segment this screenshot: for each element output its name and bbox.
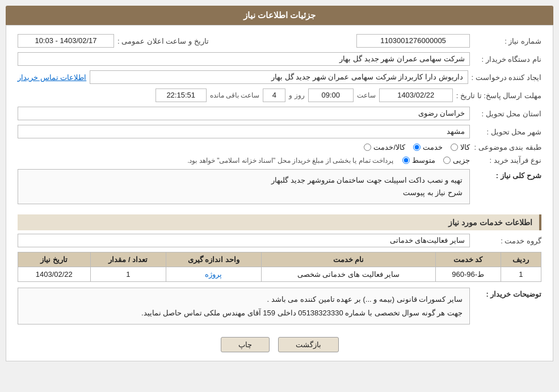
roz-label: روز و <box>289 91 304 99</box>
shahr-label: شهر محل تحویل : <box>473 128 541 136</box>
groheKhadamat-label: گروه خدمت : <box>473 237 541 245</box>
col-tedad: تعداد / مقدار <box>90 252 166 267</box>
cell-namKhadamat: سایر فعالیت های خدماتی شخصی <box>262 267 436 282</box>
col-kodKhadamat: کد خدمت <box>435 252 501 267</box>
cell-tedad: 1 <box>90 267 166 282</box>
shahreKolliNiaz-value: تهیه و نصب داکت اسپیلت جهت ساختمان متروش… <box>18 169 470 204</box>
radio-khadamat[interactable]: خدمت <box>413 143 443 151</box>
ejadKonande-value: داریوش دارا کاربرداز شرکت سهامی عمران شه… <box>90 70 468 84</box>
saatBaqi-value: 22:15:51 <box>155 88 207 102</box>
row-shahreKolliNiaz: شرح کلی نیاز : تهیه و نصب داکت اسپیلت جه… <box>18 169 541 209</box>
radio-kala-label: کالا <box>460 143 470 151</box>
row-namDastgah: نام دستگاه خریدار : شرکت سهامی عمران شهر… <box>18 52 541 66</box>
radio-motovaset[interactable]: متوسط <box>402 156 435 165</box>
row-ejadKonande: ایجاد کننده درخواست : داریوش دارا کاربرد… <box>18 70 541 84</box>
page-wrapper: جزئیات اطلاعات نیاز شماره نیاز : 1103001… <box>0 0 559 367</box>
col-namKhadamat: نام خدمت <box>262 252 436 267</box>
col-vahed: واحد اندازه گیری <box>166 252 261 267</box>
col-radif: ردیف <box>501 252 541 267</box>
namDastgah-label: نام دستگاه خریدار : <box>473 55 541 64</box>
roz-value: 4 <box>263 88 285 102</box>
saat-value: 09:00 <box>308 88 354 102</box>
print-button[interactable]: چاپ <box>221 337 270 352</box>
cell-tarikh: 1403/02/22 <box>18 267 91 282</box>
radio-jozvi-label: جزیی <box>453 156 470 165</box>
main-card: شماره نیاز : 1103001276000005 تاریخ و سا… <box>6 25 553 361</box>
radio-motovaset-label: متوسط <box>412 156 435 165</box>
ettelaat-link[interactable]: اطلاعات تماس خریدار <box>18 73 86 82</box>
section-ettelaat-khadamat: اطلاعات خدمات مورد نیاز <box>18 214 541 230</box>
shahr-value: مشهد <box>18 125 470 138</box>
farayand-note: پرداخت تمام یا بخشی از مبلغ خریداز محل "… <box>187 157 393 165</box>
radio-motovaset-input[interactable] <box>402 157 410 164</box>
groheKhadamat-value: سایر فعالیت‌های خدماتی <box>18 234 470 247</box>
ejadKonande-label: ایجاد کننده درخواست : <box>472 73 541 82</box>
radio-khadamat-label: خدمت <box>423 143 443 151</box>
row-ostan: استان محل تحویل : خراسان رضوی <box>18 107 541 120</box>
radio-jozvi-input[interactable] <box>443 157 451 164</box>
ostan-label: استان محل تحویل : <box>473 109 541 118</box>
radio-khadamat-input[interactable] <box>413 144 421 151</box>
header-title: جزئیات اطلاعات نیاز <box>243 10 316 20</box>
tarikh-label: تاریخ و ساعت اعلان عمومی : <box>117 37 209 45</box>
cell-vahed: پروژه <box>166 267 261 282</box>
tabaqe-radiogroup: کالا خدمت کالا/خدمت <box>364 143 470 151</box>
radio-kala-khadamat-label: کالا/خدمت <box>373 143 405 151</box>
ostan-value: خراسان رضوی <box>18 107 470 120</box>
bottom-buttons: بازگشت چاپ <box>18 337 541 352</box>
col-tarikh: تاریخ نیاز <box>18 252 91 267</box>
radio-kala-input[interactable] <box>451 144 458 151</box>
row-groheKhadamat: گروه خدمت : سایر فعالیت‌های خدماتی <box>18 234 541 247</box>
row-noeFarayandKharid: نوع فرآیند خرید : جزیی متوسط پرداخت تمام… <box>18 156 541 165</box>
saatBaqi-label: ساعت باقی مانده <box>210 91 260 99</box>
shahreKolliNiaz-label: شرح کلی نیاز : <box>473 169 541 180</box>
tarikh-value: 1403/02/17 - 10:03 <box>18 34 114 48</box>
cell-radif: 1 <box>501 267 541 282</box>
noeFarayandKharid-label: نوع فرآیند خرید : <box>473 156 541 165</box>
radio-kala-khadamat-input[interactable] <box>364 144 371 151</box>
shomareNiaz-label: شماره نیاز : <box>473 37 541 45</box>
mohlatErsalPasokh-label: مهلت ارسال پاسخ: تا تاریخ : <box>456 91 541 100</box>
services-table: ردیف کد خدمت نام خدمت واحد اندازه گیری ت… <box>18 252 541 282</box>
back-button[interactable]: بازگشت <box>278 337 339 352</box>
row-shahr: شهر محل تحویل : مشهد <box>18 125 541 138</box>
row-mohlatErsalPasokh: مهلت ارسال پاسخ: تا تاریخ : 1403/02/22 س… <box>18 88 541 102</box>
tabaqeBandi-label: طبقه بندی موضوعی : <box>473 143 541 151</box>
tavazihat-value: سایر کسورات قانونی (بیمه و ...) بر عهده … <box>18 288 470 324</box>
radio-kala[interactable]: کالا <box>451 143 470 151</box>
date-value: 1403/02/22 <box>379 88 453 102</box>
tavazihat-label: توضیحات خریدار : <box>473 288 541 298</box>
radio-kala-khadamat[interactable]: کالا/خدمت <box>364 143 405 151</box>
table-row: 1 ط-96-960 سایر فعالیت های خدماتی شخصی پ… <box>18 267 541 282</box>
namDastgah-value: شرکت سهامی عمران شهر جدید گل بهار <box>18 52 470 66</box>
table-body: 1 ط-96-960 سایر فعالیت های خدماتی شخصی پ… <box>18 267 541 282</box>
cell-kodKhadamat: ط-96-960 <box>435 267 501 282</box>
saat-label: ساعت <box>357 91 376 99</box>
row-tabaqeBandi: طبقه بندی موضوعی : کالا خدمت کالا/خدمت <box>18 143 541 151</box>
shomareNiaz-value: 1103001276000005 <box>356 34 470 48</box>
table-header-row: ردیف کد خدمت نام خدمت واحد اندازه گیری ت… <box>18 252 541 267</box>
page-header: جزئیات اطلاعات نیاز <box>6 6 553 25</box>
radio-jozvi[interactable]: جزیی <box>443 156 470 165</box>
row-tavazihat: توضیحات خریدار : سایر کسورات قانونی (بیم… <box>18 288 541 330</box>
farayand-radiogroup: جزیی متوسط <box>402 156 470 165</box>
row-shomareNiaz: شماره نیاز : 1103001276000005 تاریخ و سا… <box>18 34 541 48</box>
